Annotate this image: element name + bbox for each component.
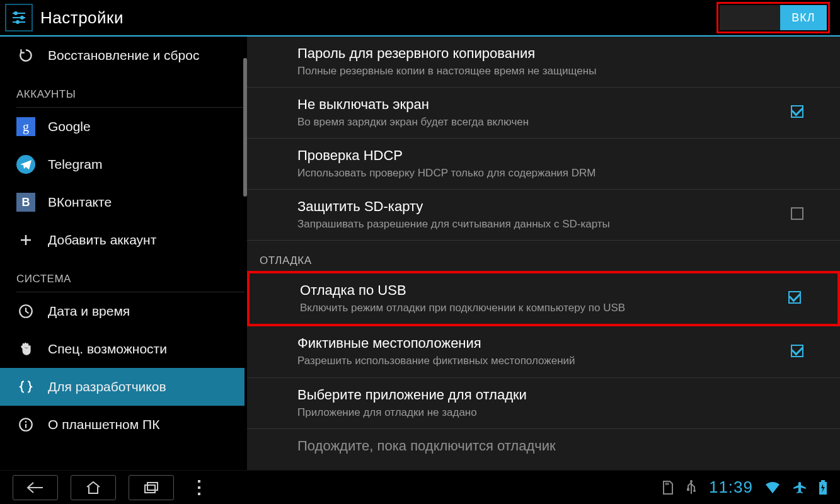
usb-icon xyxy=(685,480,698,495)
option-wait-debugger[interactable]: Подождите, пока подключится отладчик xyxy=(247,429,840,466)
sidebar-item-label: Дата и время xyxy=(48,304,130,319)
sidebar-item-label: Google xyxy=(48,119,91,134)
option-subtitle: Разрешить использование фиктивных местоп… xyxy=(297,354,802,368)
svg-rect-18 xyxy=(821,480,825,482)
option-backup-password[interactable]: Пароль для резервного копирования Полные… xyxy=(247,37,840,88)
telegram-icon xyxy=(16,155,35,174)
sidebar-item-label: Telegram xyxy=(48,157,102,172)
navigation-bar: 11:39 xyxy=(0,470,840,504)
option-subtitle: Во время зарядки экран будет всегда вклю… xyxy=(297,115,802,129)
home-button[interactable] xyxy=(71,475,116,500)
checkbox[interactable] xyxy=(788,291,801,306)
option-subtitle: Приложение для отладки не задано xyxy=(297,406,802,420)
info-icon xyxy=(16,415,35,434)
wifi-icon xyxy=(764,481,781,495)
option-subtitle: Использовать проверку HDCP только для со… xyxy=(297,166,802,180)
google-icon: g xyxy=(16,117,35,136)
svg-rect-11 xyxy=(147,483,158,490)
option-subtitle: Полные резервные копии в настоящее время… xyxy=(297,64,802,78)
option-protect-sd[interactable]: Защитить SD-карту Запрашивать разрешение… xyxy=(247,190,840,241)
settings-sidebar: Восстановление и сброс АККАУНТЫ g Google… xyxy=(0,37,247,470)
menu-button[interactable] xyxy=(187,475,212,500)
sidebar-item-developer[interactable]: Для разработчиков xyxy=(0,368,245,406)
battery-icon xyxy=(819,480,827,495)
sidebar-item-label: О планшетном ПК xyxy=(48,417,159,432)
option-subtitle: Запрашивать разрешение для считывания да… xyxy=(297,217,802,231)
clock-icon xyxy=(16,302,35,321)
sidebar-item-date-time[interactable]: Дата и время xyxy=(0,292,245,330)
airplane-icon xyxy=(792,481,807,495)
option-title: Проверка HDCP xyxy=(297,147,802,164)
svg-point-3 xyxy=(20,16,24,20)
option-mock-locations[interactable]: Фиктивные местоположения Разрешить испол… xyxy=(247,326,840,377)
page-title: Настройки xyxy=(40,8,124,28)
svg-point-14 xyxy=(690,480,693,483)
option-stay-awake[interactable]: Не выключать экран Во время зарядки экра… xyxy=(247,88,840,139)
sidebar-item-google[interactable]: g Google xyxy=(0,108,245,146)
sidebar-item-label: Спец. возможности xyxy=(48,341,167,357)
restore-icon xyxy=(16,46,35,65)
svg-rect-9 xyxy=(25,424,26,428)
svg-point-16 xyxy=(693,490,696,492)
plus-icon xyxy=(16,231,35,249)
sidebar-section-accounts: АККАУНТЫ xyxy=(0,74,245,106)
svg-rect-12 xyxy=(665,483,667,485)
developer-options-toggle[interactable]: ВКЛ xyxy=(720,5,827,30)
option-hdcp[interactable]: Проверка HDCP Использовать проверку HDCP… xyxy=(247,139,840,190)
sidebar-item-label: Восстановление и сброс xyxy=(48,48,199,63)
clock[interactable]: 11:39 xyxy=(709,478,753,497)
option-title: Выберите приложение для отладки xyxy=(297,387,802,403)
sidebar-item-label: Для разработчиков xyxy=(48,379,166,394)
option-title: Подождите, пока подключится отладчик xyxy=(297,438,802,454)
sidebar-item-label: Добавить аккаунт xyxy=(48,232,156,248)
toggle-on-label: ВКЛ xyxy=(780,5,827,30)
recent-apps-button[interactable] xyxy=(129,475,174,500)
sidebar-item-restore[interactable]: Восстановление и сброс xyxy=(0,37,245,74)
sidebar-item-telegram[interactable]: Telegram xyxy=(0,146,245,183)
option-title: Не выключать экран xyxy=(297,96,802,113)
svg-rect-13 xyxy=(667,483,669,485)
option-usb-debugging[interactable]: Отладка по USB Включить режим отладки пр… xyxy=(247,271,840,326)
svg-point-5 xyxy=(16,20,20,24)
sidebar-item-accessibility[interactable]: Спец. возможности xyxy=(0,330,245,368)
option-title: Пароль для резервного копирования xyxy=(297,45,802,62)
svg-rect-15 xyxy=(687,488,689,491)
sidebar-section-system: СИСТЕМА xyxy=(0,259,245,290)
checkbox[interactable] xyxy=(791,105,803,120)
sdcard-icon xyxy=(661,480,674,495)
vk-icon: B xyxy=(16,193,35,212)
svg-point-1 xyxy=(14,11,18,15)
option-title: Защитить SD-карту xyxy=(297,198,802,215)
sidebar-item-label: ВКонтакте xyxy=(48,195,112,210)
braces-icon xyxy=(16,377,35,396)
back-button[interactable] xyxy=(13,475,58,500)
settings-content: Пароль для резервного копирования Полные… xyxy=(247,37,840,470)
svg-point-8 xyxy=(25,421,27,423)
option-title: Отладка по USB xyxy=(300,282,800,299)
settings-icon xyxy=(5,4,33,32)
option-title: Фиктивные местоположения xyxy=(297,335,802,352)
svg-rect-10 xyxy=(145,485,155,493)
section-debug: ОТЛАДКА xyxy=(247,241,840,271)
checkbox[interactable] xyxy=(791,207,803,222)
sidebar-item-vk[interactable]: B ВКонтакте xyxy=(0,183,245,221)
hand-icon xyxy=(16,340,35,358)
option-debug-app[interactable]: Выберите приложение для отладки Приложен… xyxy=(247,378,840,429)
sidebar-item-about[interactable]: О планшетном ПК xyxy=(0,406,245,444)
checkbox[interactable] xyxy=(791,345,803,360)
option-subtitle: Включить режим отладки при подключении к… xyxy=(300,301,800,315)
sidebar-item-add-account[interactable]: Добавить аккаунт xyxy=(0,221,245,259)
